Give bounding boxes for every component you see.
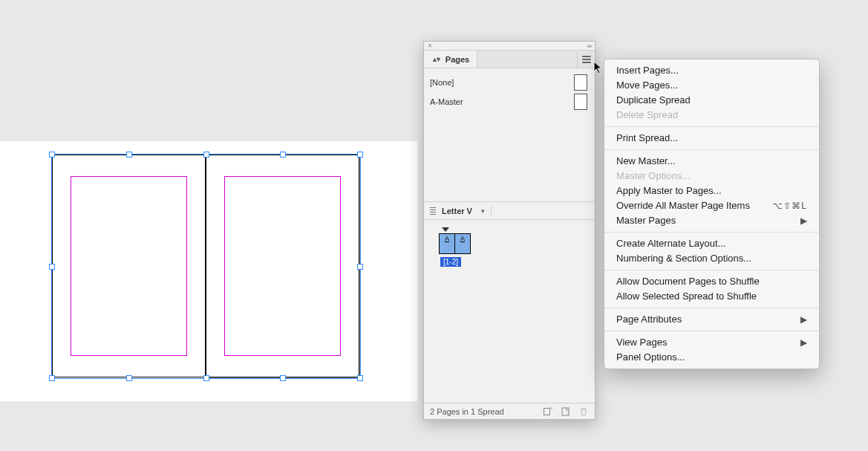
margin-guide [71,176,187,356]
spread-range-label: [1-2] [440,257,461,267]
menu-separator [604,308,819,308]
spread[interactable] [31,155,380,385]
menu-item[interactable]: Override All Master Page Items⌥⇧⌘L [604,198,819,213]
menu-item[interactable]: Move Pages... [604,78,819,93]
submenu-arrow-icon: ▶ [800,312,807,327]
expand-collapse-icon[interactable]: ▲▼ [431,56,439,63]
menu-separator [604,232,819,233]
menu-item[interactable]: Allow Document Pages to Shuffle [604,274,819,289]
master-thumbnail[interactable] [574,74,587,91]
edit-page-size-icon[interactable] [543,406,553,417]
panel-tabbar: ▲▼ Pages [424,51,595,68]
menu-item: Delete Spread [604,108,819,123]
master-pages-section: [None] A-Master [424,68,595,202]
menu-item-label: Master Pages [616,213,676,228]
svg-rect-1 [562,408,569,415]
menu-item[interactable]: Create Alternate Layout... [604,236,819,251]
menu-item[interactable]: View Pages▶ [604,335,819,350]
menu-item[interactable]: Numbering & Section Options... [604,251,819,266]
menu-item-label: New Master... [616,154,675,169]
layout-bar: Letter V ▾ [424,202,595,220]
menu-item-label: Panel Options... [616,350,685,365]
master-label: [None] [430,78,454,87]
menu-separator [604,270,819,270]
page-right[interactable] [206,155,359,377]
menu-item-label: Allow Selected Spread to Shuffle [616,289,757,304]
menu-item[interactable]: New Master... [604,154,819,169]
tab-pages[interactable]: ▲▼ Pages [424,51,477,68]
new-page-icon[interactable] [561,406,571,417]
panel-titlebar[interactable]: × «« [424,42,595,51]
menu-item-label: Master Options... [616,169,690,184]
menu-item[interactable]: Duplicate Spread [604,93,819,108]
menu-item-label: Create Alternate Layout... [616,236,725,251]
menu-item[interactable]: Page Attributes▶ [604,312,819,327]
pages-panel-flyout-menu: Insert Pages...Move Pages...Duplicate Sp… [604,59,820,369]
margin-guide [224,176,341,356]
menu-shortcut: ⌥⇧⌘L [772,198,807,213]
layout-name[interactable]: Letter V [442,207,472,215]
chevron-down-icon[interactable]: ▾ [481,207,485,215]
menu-item[interactable]: Insert Pages... [604,63,819,78]
menu-item-label: Override All Master Page Items [616,198,750,213]
menu-item[interactable]: Print Spread... [604,131,819,146]
menu-item[interactable]: Apply Master to Pages... [604,184,819,198]
menu-item-label: Page Attributes [616,312,682,327]
collapse-icon[interactable]: «« [587,42,591,50]
pages-panel: × «« ▲▼ Pages [None] A-Master Letter V ▾… [423,41,595,420]
panel-title: Pages [446,55,469,64]
master-item-none[interactable]: [None] [430,73,589,92]
close-icon[interactable]: × [428,42,432,50]
menu-item[interactable]: Allow Selected Spread to Shuffle [604,289,819,304]
menu-separator [604,126,819,127]
menu-item-label: Delete Spread [616,108,678,123]
menu-item: Master Options... [604,169,819,184]
menu-item[interactable]: Panel Options... [604,350,819,365]
master-thumbnail[interactable] [574,94,587,110]
menu-item-label: Numbering & Section Options... [616,251,751,266]
spread-thumbnail[interactable]: A A [439,233,589,254]
grip-icon[interactable] [430,207,436,215]
footer-status: 2 Pages in 1 Spread [430,407,504,416]
document-canvas[interactable] [0,141,417,401]
hamburger-icon [582,59,591,60]
submenu-arrow-icon: ▶ [800,213,807,228]
menu-item-label: Allow Document Pages to Shuffle [616,274,760,289]
svg-rect-0 [544,408,550,415]
page-left[interactable] [52,155,206,377]
menu-item-label: Apply Master to Pages... [616,184,722,198]
menu-item-label: Insert Pages... [616,63,679,78]
menu-item-label: View Pages [616,335,667,350]
page-thumb-left[interactable]: A [439,233,455,254]
document-pages-section[interactable]: A A [1-2] [424,220,595,274]
master-item-a[interactable]: A-Master [430,92,589,111]
divider [491,206,492,216]
trash-icon[interactable] [578,406,589,417]
panel-footer: 2 Pages in 1 Spread [424,403,595,419]
menu-item[interactable]: Master Pages▶ [604,213,819,228]
panel-menu-button[interactable] [577,51,595,68]
submenu-arrow-icon: ▶ [800,335,807,350]
menu-separator [604,331,819,331]
menu-item-label: Move Pages... [616,78,678,93]
menu-item-label: Duplicate Spread [616,93,691,108]
section-marker-icon [442,227,449,232]
menu-separator [604,149,819,150]
menu-item-label: Print Spread... [616,131,678,146]
master-label: A-Master [430,97,463,106]
page-thumb-right[interactable]: A [454,233,471,254]
